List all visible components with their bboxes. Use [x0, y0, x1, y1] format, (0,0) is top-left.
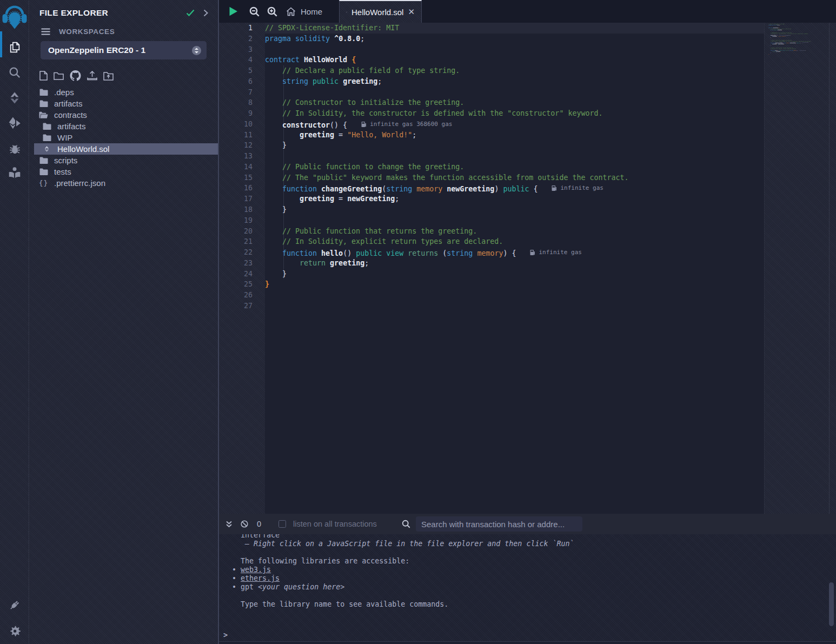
minimap-line-27: [768, 56, 828, 57]
new-folder-icon[interactable]: [54, 71, 64, 80]
tab-helloworld-sol[interactable]: HelloWorld.sol ✕: [339, 0, 422, 23]
tree-item-artifacts[interactable]: artifacts: [30, 98, 218, 109]
tree-item-contracts[interactable]: contracts: [30, 109, 218, 121]
code-line-21: // In Solidity, explicit return types ar…: [265, 236, 764, 247]
transaction-count-badge: 0: [257, 520, 261, 528]
sidebar-item-search[interactable]: [0, 60, 29, 85]
editor-scrollbar[interactable]: [829, 23, 836, 514]
line-number-17: 17: [219, 194, 265, 204]
tree-item-label: artifacts: [54, 99, 83, 108]
workspaces-menu-icon[interactable]: [39, 25, 51, 37]
line-number-12: 12: [219, 140, 265, 151]
code-line-9: // In Solidity, the constructor is defin…: [265, 108, 764, 119]
play-icon: [229, 6, 238, 16]
terminal-link-ethers-js[interactable]: ethers.js: [241, 574, 280, 582]
deploy-run-icon: [8, 116, 22, 131]
code-line-8: // Constructor to initialize the greetin…: [265, 97, 764, 108]
tree-item-wip[interactable]: WIP: [30, 132, 218, 143]
line-number-5: 5: [219, 65, 265, 76]
zoom-out-button[interactable]: [246, 0, 262, 23]
braces-icon: {}: [39, 179, 48, 187]
folder-icon: [42, 134, 51, 142]
terminal-collapse-icon[interactable]: [225, 521, 233, 528]
sidebar-item-plugin-manager[interactable]: [0, 592, 29, 617]
line-number-19: 19: [219, 215, 265, 226]
panel-collapse-chevron-icon[interactable]: [200, 7, 211, 19]
file-tree: .depsartifactscontractsartifactsWIPHello…: [30, 87, 218, 189]
line-number-23: 23: [219, 258, 265, 269]
tab-close-icon[interactable]: ✕: [408, 7, 415, 17]
terminal-prompt: >: [223, 630, 228, 639]
terminal-search-box: [416, 516, 582, 532]
tree-item--prettierrc-json[interactable]: {}.prettierrc.json: [30, 177, 218, 189]
listen-transactions-label: listen on all transactions: [293, 520, 377, 528]
code-line-7: [265, 87, 764, 98]
clear-console-icon[interactable]: [241, 520, 248, 528]
clone-github-icon[interactable]: [70, 70, 81, 81]
editor-minimap[interactable]: // SPDX-License-Identifier: MITpragma so…: [764, 23, 829, 514]
sidebar-item-solidity-compiler[interactable]: [0, 85, 29, 110]
tree-item-label: .deps: [54, 88, 74, 97]
code-line-15: // The "public" keyword makes the functi…: [265, 172, 764, 183]
new-file-icon[interactable]: [39, 71, 48, 81]
tree-item-helloworld-sol[interactable]: HelloWorld.sol: [30, 143, 218, 155]
code-line-16: function changeGreeting(string memory ne…: [265, 183, 764, 194]
sidebar-item-deploy-run[interactable]: [0, 111, 29, 136]
listen-transactions-checkbox[interactable]: [278, 520, 286, 528]
plug-icon: [8, 598, 22, 612]
tree-item-scripts[interactable]: scripts: [30, 155, 218, 166]
remix-logo-icon: [2, 4, 28, 29]
tree-item-label: WIP: [57, 133, 72, 142]
terminal-output: interface – Right click on a JavaScript …: [223, 534, 574, 609]
line-number-24: 24: [219, 269, 265, 280]
folder-icon: [39, 168, 48, 176]
code-line-19: [265, 215, 764, 226]
terminal-link-web3-js[interactable]: web3.js: [241, 566, 271, 574]
code-line-18: }: [265, 204, 764, 215]
code-line-27: [265, 301, 764, 311]
upload-file-icon[interactable]: [87, 71, 97, 81]
folder-icon: [39, 157, 48, 164]
line-number-16: 16: [219, 183, 265, 194]
terminal-search-input[interactable]: [421, 520, 577, 529]
code-editor[interactable]: 1234567891011121314151617181920212223242…: [219, 23, 836, 514]
code-line-24: }: [265, 269, 764, 280]
terminal-line-7: [223, 592, 574, 600]
workspace-select[interactable]: OpenZeppelin ERC20 - 1: [41, 41, 207, 59]
tree-item-tests[interactable]: tests: [30, 166, 218, 177]
gas-estimate-widget: infinite gas: [552, 183, 603, 194]
sidebar-item-debugger[interactable]: [0, 136, 29, 161]
line-number-21: 21: [219, 236, 265, 247]
workspace-caret-icon: [192, 46, 201, 55]
terminal-bottom-strip: [219, 641, 836, 644]
tree-item--deps[interactable]: .deps: [30, 87, 218, 98]
code-line-13: [265, 151, 764, 162]
terminal: 0 listen on all transactions interface –…: [219, 514, 836, 644]
tree-item-label: tests: [54, 167, 71, 176]
remix-logo[interactable]: [0, 4, 29, 30]
line-number-2: 2: [219, 34, 265, 44]
upload-folder-icon[interactable]: [103, 71, 114, 81]
sidebar-item-learneth[interactable]: [0, 161, 29, 185]
tab-home[interactable]: Home: [276, 0, 332, 23]
sidebar-item-file-explorer[interactable]: [0, 35, 29, 59]
line-number-14: 14: [219, 162, 265, 172]
run-script-button[interactable]: [224, 0, 242, 23]
zoom-in-icon: [267, 6, 277, 17]
terminal-body[interactable]: interface – Right click on a JavaScript …: [219, 534, 836, 641]
file-toolbar: [39, 70, 114, 81]
remix-ide-app: FILE EXPLORER WORKSPACES OpenZeppelin ER…: [0, 0, 836, 644]
tree-item-artifacts[interactable]: artifacts: [30, 121, 218, 132]
line-number-7: 7: [219, 87, 265, 98]
workspace-ok-icon[interactable]: [184, 7, 196, 19]
folder-icon: [42, 123, 51, 130]
solidity-file-icon: [346, 8, 347, 17]
code-line-6: string public greeting;: [265, 76, 764, 87]
workspaces-row: WORKSPACES: [39, 26, 115, 37]
indent-guide: [283, 65, 284, 279]
sidebar-item-settings[interactable]: [0, 619, 29, 643]
terminal-scrollbar-thumb[interactable]: [829, 582, 834, 626]
folder-icon: [39, 100, 48, 108]
code-line-3: [265, 44, 764, 55]
icon-rail: [0, 0, 29, 644]
